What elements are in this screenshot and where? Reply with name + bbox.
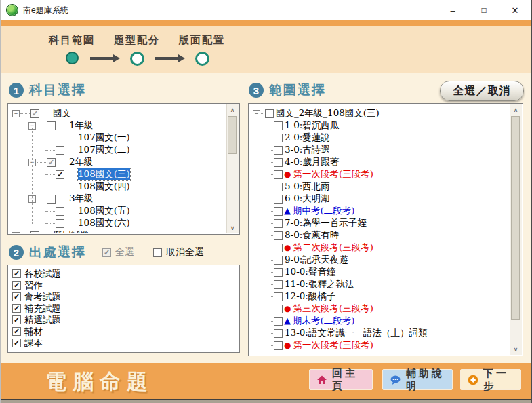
- subject-tree-item[interactable]: 108國文(六): [9, 217, 226, 229]
- tree-line: [270, 199, 273, 199]
- range-tree-item[interactable]: 3-0:古詩選: [250, 144, 510, 156]
- checkbox[interactable]: [274, 256, 283, 265]
- scroll-down-icon[interactable]: ∨: [510, 344, 521, 355]
- range-tree-item[interactable]: ▲期中考(二段考): [250, 205, 510, 217]
- range-tree-item[interactable]: 13-0:語文常識一 語法（上）詞類: [250, 327, 510, 339]
- range-tree-item[interactable]: 10-0:聲音鐘: [250, 266, 510, 278]
- tree-line: [45, 150, 55, 151]
- collapse-icon[interactable]: −: [253, 110, 260, 117]
- range-tree-item[interactable]: 9-0:記承天夜遊: [250, 254, 510, 266]
- checkbox[interactable]: [274, 280, 283, 289]
- maximize-button[interactable]: □: [468, 0, 499, 20]
- range-tree-item[interactable]: 5-0:西北雨: [250, 180, 510, 193]
- checkbox[interactable]: ✓: [56, 170, 64, 179]
- scroll-up-icon[interactable]: ∧: [510, 104, 521, 115]
- source-list-item[interactable]: ✓課本: [9, 337, 238, 349]
- range-tree-item[interactable]: ●第二次段考(三段考): [250, 242, 510, 254]
- range-tree-item[interactable]: 4-0:歲月跟著: [250, 156, 510, 168]
- select-toggle-button[interactable]: 全選／取消: [440, 81, 524, 101]
- checkbox[interactable]: [274, 292, 283, 301]
- range-tree-item[interactable]: ●第一次段考(三段考): [250, 168, 510, 180]
- checkbox[interactable]: [274, 146, 283, 155]
- range-tree-item[interactable]: 11-0:張釋之執法: [250, 278, 510, 290]
- checkbox[interactable]: [274, 134, 283, 142]
- scroll-up-icon[interactable]: ∧: [227, 104, 238, 115]
- checkbox[interactable]: [47, 195, 56, 204]
- checkbox[interactable]: [274, 244, 283, 252]
- window-bottom-edge: [1, 399, 531, 403]
- checkbox[interactable]: ✓: [12, 304, 21, 313]
- source-list-item[interactable]: ✓精選試題: [9, 314, 238, 326]
- checkbox[interactable]: [274, 158, 283, 167]
- range-tree-item[interactable]: 7-0:為學一首示子姪: [250, 217, 510, 229]
- range-tree-item[interactable]: 2-0:愛蓮說: [250, 132, 510, 144]
- checkbox[interactable]: [30, 231, 39, 234]
- subject-scrollbar[interactable]: ∧ ∨: [226, 104, 239, 233]
- deselect-all-checkbox[interactable]: 取消全選: [153, 246, 204, 258]
- subject-tree-item[interactable]: 108國文(五): [9, 205, 226, 217]
- checkbox[interactable]: [274, 219, 283, 228]
- subject-tree-item[interactable]: −✓2年級: [9, 156, 226, 168]
- checkbox[interactable]: [274, 231, 283, 240]
- range-tree-item[interactable]: 6-0:大明湖: [250, 193, 510, 205]
- checkbox[interactable]: [274, 195, 283, 204]
- select-all-checkbox[interactable]: ✓ 全選: [102, 246, 134, 258]
- subject-tree-item[interactable]: −3年級: [9, 193, 226, 205]
- subject-tree-item[interactable]: 107國文(一): [9, 132, 226, 144]
- checkbox[interactable]: ✓: [12, 292, 21, 301]
- range-tree-item[interactable]: 1-0:碧沉西瓜: [250, 119, 510, 132]
- source-list-item[interactable]: ✓會考試題: [9, 291, 238, 303]
- checkbox[interactable]: [274, 121, 283, 130]
- checkbox[interactable]: [274, 341, 283, 350]
- range-tree-item[interactable]: ●第三次段考(三段考): [250, 303, 510, 315]
- range-tree-item[interactable]: ●第一次段考(三段考): [250, 339, 510, 351]
- source-list-item[interactable]: ✓各校試題: [9, 268, 238, 280]
- checkbox[interactable]: [56, 134, 64, 142]
- checkbox[interactable]: [265, 109, 274, 118]
- scroll-down-icon[interactable]: ∨: [227, 223, 238, 233]
- source-list-item[interactable]: ✓補充試題: [9, 303, 238, 314]
- checkbox[interactable]: [47, 121, 56, 130]
- source-list-item[interactable]: ✓習作: [9, 280, 238, 291]
- checkbox[interactable]: ✓: [47, 158, 56, 167]
- range-tree-item[interactable]: ▲期末考(二段考): [250, 315, 510, 327]
- subject-tree-item[interactable]: 107國文(二): [9, 144, 226, 156]
- checkbox[interactable]: [56, 219, 64, 228]
- next-step-button[interactable]: 下一步: [460, 369, 521, 390]
- help-button[interactable]: 輔助說明: [382, 369, 453, 390]
- checkbox[interactable]: [274, 329, 283, 338]
- checkbox[interactable]: [274, 268, 283, 277]
- checkbox[interactable]: [56, 183, 64, 191]
- checkbox[interactable]: ✓: [12, 269, 21, 278]
- range-tree-item[interactable]: −國文_2年級_108國文(三): [250, 107, 510, 119]
- checkbox[interactable]: ✓: [12, 339, 21, 347]
- subject-tree-item[interactable]: 108國文(四): [9, 180, 226, 193]
- checkbox[interactable]: ✓: [12, 315, 21, 324]
- subject-tree-item[interactable]: −1年級: [9, 119, 226, 132]
- checkbox[interactable]: [56, 146, 64, 155]
- checkbox[interactable]: ✓: [12, 327, 21, 336]
- minimize-button[interactable]: –: [437, 0, 468, 20]
- checkbox[interactable]: [274, 183, 283, 191]
- home-button[interactable]: 回主頁: [309, 369, 373, 390]
- range-tree-item[interactable]: 8-0:食蔥有時: [250, 229, 510, 242]
- tree-line: [270, 272, 273, 273]
- checkbox[interactable]: ✓: [12, 281, 21, 290]
- checkbox[interactable]: [274, 170, 283, 179]
- source-list-item[interactable]: ✓輔材: [9, 326, 238, 337]
- checkbox[interactable]: [274, 207, 283, 216]
- subject-tree-item[interactable]: +歷屆試題: [9, 229, 226, 233]
- subject-tree: −✓國文−1年級107國文(一)107國文(二)−✓2年級✓108國文(三)10…: [9, 105, 226, 233]
- checkbox[interactable]: [274, 317, 283, 326]
- subject-tree-item[interactable]: −✓國文: [9, 107, 226, 119]
- checkbox[interactable]: ✓: [30, 109, 39, 118]
- subject-tree-item[interactable]: ✓108國文(三): [9, 168, 226, 180]
- checkbox[interactable]: [56, 207, 64, 216]
- close-button[interactable]: ✕: [499, 0, 531, 20]
- checkbox[interactable]: [274, 305, 283, 313]
- scrollbar-thumb[interactable]: [511, 116, 520, 320]
- range-tree-item[interactable]: 12-0:酸橘子: [250, 290, 510, 303]
- scrollbar-thumb[interactable]: [228, 116, 237, 154]
- checkbox-icon: [153, 248, 162, 257]
- range-scrollbar[interactable]: ∧ ∨: [510, 104, 522, 355]
